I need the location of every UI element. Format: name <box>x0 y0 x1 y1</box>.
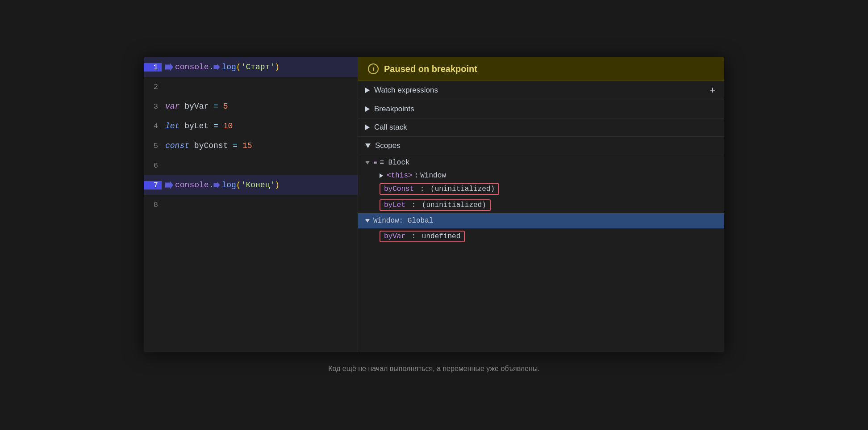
breakpoint-arrow-inner <box>213 64 220 70</box>
call-stack-triangle-icon <box>365 125 370 130</box>
call-stack-label: Call stack <box>374 123 717 132</box>
byvar-name: byVar <box>184 102 209 111</box>
breakpoint-arrow-inner-7 <box>213 182 220 188</box>
num-10: 10 <box>223 122 233 131</box>
paren-open-7: ( <box>236 181 241 190</box>
block-triangle-icon <box>365 161 370 164</box>
line-content-5: const byConst = 15 <box>162 141 252 150</box>
paren-close-1: ) <box>275 63 280 72</box>
line-number-4: 4 <box>144 122 162 131</box>
screenshot-container: 1 console.log('Старт') 2 3 var byVar = 5 <box>0 0 868 430</box>
line-number-2: 2 <box>144 83 162 91</box>
line-content-4: let byLet = 10 <box>162 122 233 131</box>
byconst-highlight-box: byConst : (uninitialized) <box>380 183 499 195</box>
code-line-6: 6 <box>144 156 358 175</box>
breakpoint-arrow-7 <box>165 181 173 189</box>
block-scope: ≡ ≡ Block <this> : Window <box>358 155 724 213</box>
scopes-label: Scopes <box>375 141 717 150</box>
log-fn-7: log <box>221 181 236 190</box>
bylet-highlight-box: byLet : (uninitialized) <box>380 199 491 211</box>
watch-triangle-icon <box>365 88 370 93</box>
line-content-3: var byVar = 5 <box>162 102 228 111</box>
caption: Код ещё не начал выполняться, а переменн… <box>328 365 540 373</box>
byvar-highlight-box: byVar : undefined <box>380 231 465 242</box>
const-keyword: const <box>165 141 189 150</box>
watch-expressions-label: Watch expressions <box>374 86 708 95</box>
line-number-5: 5 <box>144 142 162 150</box>
code-panel: 1 console.log('Старт') 2 3 var byVar = 5 <box>144 57 358 352</box>
breakpoints-label: Breakpoints <box>374 105 717 114</box>
code-line-2: 2 <box>144 77 358 97</box>
paren-open-1: ( <box>236 63 241 72</box>
line-number-7: 7 <box>144 181 162 190</box>
line-number-1: 1 <box>144 63 162 72</box>
log-fn: log <box>221 63 236 72</box>
num-5: 5 <box>223 102 228 111</box>
string-end: 'Конец' <box>241 181 275 190</box>
this-scope-item[interactable]: <this> : Window <box>376 170 724 181</box>
call-stack-section[interactable]: Call stack <box>358 118 724 137</box>
devtools-panel: 1 console.log('Старт') 2 3 var byVar = 5 <box>144 57 724 352</box>
eq-op-5: = <box>233 141 238 150</box>
debug-panel: i Paused on breakpoint Watch expressions… <box>358 57 724 352</box>
string-start: 'Старт' <box>241 63 275 72</box>
line-number-6: 6 <box>144 161 162 170</box>
let-keyword: let <box>165 122 179 131</box>
line-number-8: 8 <box>144 201 162 209</box>
bylet-value: (uninitialized) <box>422 201 486 209</box>
info-icon: i <box>368 63 379 74</box>
this-colon: : <box>414 172 419 180</box>
window-triangle-icon <box>365 219 370 223</box>
this-key: <this> <box>387 172 413 180</box>
code-line-1: 1 console.log('Старт') <box>144 57 358 77</box>
bylet-colon: : <box>412 201 416 209</box>
add-watch-button[interactable]: + <box>708 85 717 95</box>
byvar-key: byVar <box>384 232 405 240</box>
window-global-body: byVar : undefined <box>358 228 724 245</box>
console-keyword-7: console <box>175 181 209 190</box>
scopes-section-header[interactable]: Scopes <box>358 137 724 155</box>
byconst-value: (uninitialized) <box>430 185 495 193</box>
paused-banner: i Paused on breakpoint <box>358 57 724 81</box>
breakpoints-triangle-icon <box>365 106 370 112</box>
byconst-colon: : <box>420 185 425 193</box>
byvar-scope-item: byVar : undefined <box>376 228 724 245</box>
line-number-3: 3 <box>144 102 162 111</box>
scopes-content: ≡ ≡ Block <this> : Window <box>358 155 724 352</box>
num-15: 15 <box>242 141 252 150</box>
byconst-key: byConst <box>384 185 414 193</box>
this-expand-icon <box>380 173 383 178</box>
eq-op-3: = <box>213 102 218 111</box>
byvar-colon: : <box>412 232 416 240</box>
byvar-value: undefined <box>422 232 460 240</box>
block-scope-body: <this> : Window byConst : (uninitialized… <box>358 170 724 213</box>
code-line-7: 7 console.log('Конец') <box>144 175 358 195</box>
code-line-5: 5 const byConst = 15 <box>144 136 358 156</box>
byconst-scope-item: byConst : (uninitialized) <box>376 181 724 197</box>
byconst-name: byConst <box>194 141 228 150</box>
breakpoints-section[interactable]: Breakpoints <box>358 100 724 118</box>
window-global-row[interactable]: Window: Global <box>358 213 724 228</box>
this-value: Window <box>420 172 446 180</box>
watch-expressions-section[interactable]: Watch expressions + <box>358 81 724 100</box>
console-keyword: console <box>175 63 209 72</box>
paused-text: Paused on breakpoint <box>384 64 477 74</box>
breakpoint-arrow-1 <box>165 63 173 71</box>
block-scope-header[interactable]: ≡ ≡ Block <box>358 155 724 170</box>
dot-1: . <box>209 63 214 72</box>
code-line-3: 3 var byVar = 5 <box>144 97 358 116</box>
bylet-name: byLet <box>184 122 209 131</box>
window-global-label: Window: Global <box>373 217 433 225</box>
bylet-key: byLet <box>384 201 405 209</box>
line-content-7: console.log('Конец') <box>162 181 280 190</box>
dot-7: . <box>209 181 214 190</box>
scopes-triangle-icon <box>365 143 371 148</box>
var-keyword: var <box>165 102 179 111</box>
eq-op-4: = <box>213 122 218 131</box>
paren-close-7: ) <box>275 181 280 190</box>
block-scope-name: ≡ Block <box>380 159 409 167</box>
block-scope-icon: ≡ <box>373 159 377 166</box>
bylet-scope-item: byLet : (uninitialized) <box>376 197 724 213</box>
line-content-1: console.log('Старт') <box>162 63 280 72</box>
code-line-4: 4 let byLet = 10 <box>144 116 358 136</box>
